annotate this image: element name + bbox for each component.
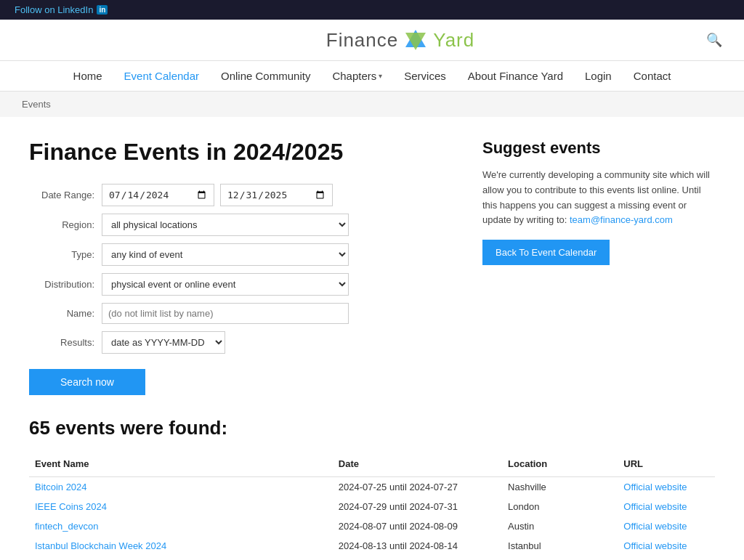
main-content: Finance Events in 2024/2025 Date Range: … (0, 117, 744, 417)
table-row: Bitcoin 2024 2024-07-25 until 2024-07-27… (29, 477, 715, 498)
date-range-label: Date Range: (29, 190, 94, 200)
logo-yard-text: Yard (433, 29, 474, 52)
date-inputs (102, 184, 453, 206)
type-label: Type: (29, 249, 94, 260)
suggest-email-link[interactable]: team@finance-yard.com (570, 214, 673, 225)
event-date-cell: 2024-07-25 until 2024-07-27 (333, 477, 502, 498)
table-row: Istanbul Blockchain Week 2024 2024-08-13… (29, 536, 715, 556)
linkedin-icon: in (97, 5, 108, 15)
table-row: Blockchain Futurist Conference 2024-08-1… (29, 556, 715, 560)
search-icon: 🔍 (706, 33, 722, 47)
event-url-cell: Official website (618, 497, 715, 516)
event-location-cell: Nashville (502, 477, 618, 498)
col-date: Date (333, 454, 502, 477)
results-count: 65 events were found: (29, 417, 715, 439)
distribution-select[interactable]: physical event or online event (102, 273, 349, 296)
breadcrumb: Events (0, 92, 744, 117)
region-select[interactable]: all physical locations (102, 214, 349, 236)
event-name-cell: Bitcoin 2024 (29, 477, 333, 498)
event-name-link[interactable]: fintech_devcon (35, 521, 98, 532)
results-label: Results: (29, 337, 94, 348)
site-logo: Finance Yard (326, 27, 475, 53)
event-name-link[interactable]: IEEE Coins 2024 (35, 501, 107, 512)
official-website-link[interactable]: Official website (623, 521, 687, 532)
distribution-label: Distribution: (29, 279, 94, 290)
event-url-cell: Official website (618, 536, 715, 556)
official-website-link[interactable]: Official website (623, 501, 687, 512)
results-format-row: Results: date as YYYY-MM-DD (29, 331, 453, 354)
official-website-link[interactable]: Official website (623, 540, 687, 551)
event-url-cell: Official website (618, 556, 715, 560)
breadcrumb-events: Events (22, 99, 51, 110)
nav-online-community[interactable]: Online Community (221, 70, 310, 82)
main-nav: Home Event Calendar Online Community Cha… (0, 61, 744, 92)
date-range-row: Date Range: (29, 184, 453, 206)
nav-contact[interactable]: Contact (634, 70, 671, 82)
search-button[interactable]: 🔍 (706, 32, 722, 48)
results-section: 65 events were found: Event Name Date Lo… (0, 417, 744, 560)
event-location-cell: Toronto (502, 556, 618, 560)
event-date-cell: 2024-08-07 until 2024-08-09 (333, 516, 502, 536)
suggest-title: Suggest events (482, 139, 715, 158)
col-url: URL (618, 454, 715, 477)
event-name-cell: IEEE Coins 2024 (29, 497, 333, 516)
date-from-input[interactable] (102, 184, 214, 206)
name-input[interactable] (102, 303, 349, 324)
logo-finance-text: Finance (326, 29, 399, 52)
name-label: Name: (29, 308, 94, 319)
distribution-row: Distribution: physical event or online e… (29, 273, 453, 296)
col-event-name: Event Name (29, 454, 333, 477)
nav-services[interactable]: Services (404, 70, 446, 82)
nav-about[interactable]: About Finance Yard (468, 70, 563, 82)
left-panel: Finance Events in 2024/2025 Date Range: … (29, 139, 453, 395)
linkedin-link[interactable]: Follow on LinkedIn in (15, 4, 108, 15)
col-location: Location (502, 454, 618, 477)
name-row: Name: (29, 303, 453, 324)
event-date-cell: 2024-08-13 until 2024-08-14 (333, 556, 502, 560)
event-url-cell: Official website (618, 516, 715, 536)
nav-event-calendar[interactable]: Event Calendar (124, 70, 199, 82)
event-location-cell: Istanbul (502, 536, 618, 556)
nav-chapters-link[interactable]: Chapters (332, 70, 376, 82)
event-name-cell: Blockchain Futurist Conference (29, 556, 333, 560)
region-label: Region: (29, 219, 94, 230)
right-panel: Suggest events We're currently developin… (482, 139, 715, 395)
date-to-input[interactable] (220, 184, 333, 206)
event-date-cell: 2024-08-13 until 2024-08-14 (333, 536, 502, 556)
results-format-select[interactable]: date as YYYY-MM-DD (102, 331, 225, 354)
events-table: Event Name Date Location URL Bitcoin 202… (29, 454, 715, 560)
event-name-cell: Istanbul Blockchain Week 2024 (29, 536, 333, 556)
event-name-link[interactable]: Istanbul Blockchain Week 2024 (35, 540, 166, 551)
table-row: fintech_devcon 2024-08-07 until 2024-08-… (29, 516, 715, 536)
table-header: Event Name Date Location URL (29, 454, 715, 477)
event-date-cell: 2024-07-29 until 2024-07-31 (333, 497, 502, 516)
search-now-button[interactable]: Search now (29, 369, 145, 395)
events-tbody: Bitcoin 2024 2024-07-25 until 2024-07-27… (29, 477, 715, 561)
table-row: IEEE Coins 2024 2024-07-29 until 2024-07… (29, 497, 715, 516)
nav-chapters[interactable]: Chapters ▾ (332, 70, 382, 82)
type-select[interactable]: any kind of event (102, 243, 349, 266)
official-website-link[interactable]: Official website (623, 482, 687, 492)
logo-icon (403, 27, 429, 53)
event-name-cell: fintech_devcon (29, 516, 333, 536)
site-header: Finance Yard 🔍 (0, 20, 744, 61)
linkedin-text: Follow on LinkedIn (15, 4, 93, 15)
region-row: Region: all physical locations (29, 214, 453, 236)
event-url-cell: Official website (618, 477, 715, 498)
svg-marker-1 (405, 33, 426, 50)
nav-login[interactable]: Login (585, 70, 612, 82)
nav-home[interactable]: Home (73, 70, 102, 82)
event-name-link[interactable]: Bitcoin 2024 (35, 482, 87, 492)
back-to-calendar-button[interactable]: Back To Event Calendar (482, 240, 610, 265)
event-location-cell: Austin (502, 516, 618, 536)
top-bar: Follow on LinkedIn in (0, 0, 744, 20)
page-title: Finance Events in 2024/2025 (29, 139, 453, 166)
suggest-text: We're currently developing a community s… (482, 168, 715, 228)
event-location-cell: London (502, 497, 618, 516)
type-row: Type: any kind of event (29, 243, 453, 266)
chevron-down-icon: ▾ (379, 72, 382, 80)
